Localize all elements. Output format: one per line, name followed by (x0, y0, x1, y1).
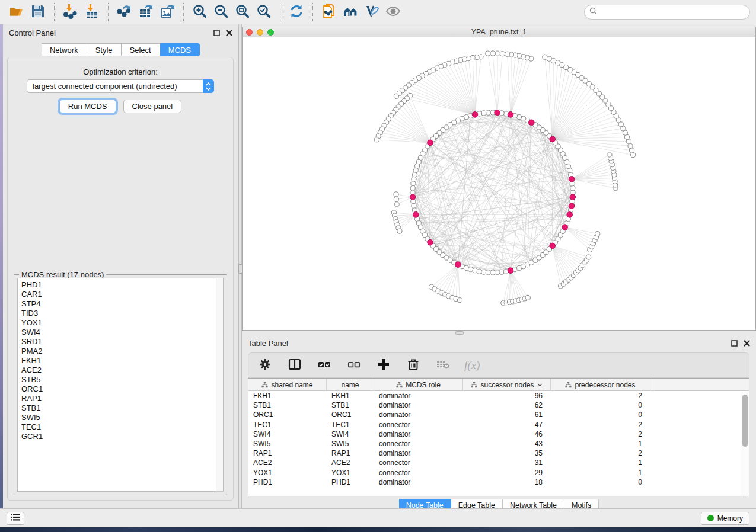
export-network-icon (117, 4, 132, 21)
select-all-columns-button[interactable] (316, 357, 333, 374)
zoom-fit-button[interactable] (232, 1, 253, 23)
mcds-result-item[interactable]: STB1 (21, 403, 223, 413)
zoom-out-icon (213, 4, 229, 21)
table-toolbar: f(x) (248, 352, 749, 378)
shared-column-icon (565, 382, 572, 388)
network-graph (243, 37, 755, 330)
close-panel-button[interactable]: Close panel (123, 100, 182, 113)
column-header[interactable]: predecessor nodes (551, 379, 650, 391)
task-history-button[interactable] (7, 512, 24, 525)
delete-columns-button[interactable] (405, 357, 422, 374)
mcds-result-item[interactable]: SWI5 (21, 413, 223, 422)
column-header[interactable]: shared name (248, 379, 327, 391)
control-panel-tab[interactable]: MCDS (160, 43, 200, 56)
table-row[interactable]: PHD1 PHD1 dominator 18 0 (248, 477, 749, 487)
toolbar-separator (280, 3, 280, 21)
close-panel-icon[interactable] (226, 30, 232, 36)
table-row[interactable]: FKH1 FKH1 dominator 96 2 (248, 391, 749, 400)
mcds-result-item[interactable]: PHD1 (21, 280, 223, 290)
mcds-result-item[interactable]: YOX1 (21, 318, 223, 328)
table-settings-button[interactable] (257, 357, 273, 374)
mcds-result-item[interactable]: STP4 (21, 299, 223, 309)
table-row[interactable]: SWI4 SWI4 dominator 46 2 (248, 430, 749, 439)
zoom-out-button[interactable] (210, 1, 232, 23)
table-scrollbar[interactable] (741, 392, 749, 496)
table-row[interactable]: RAP1 RAP1 dominator 35 2 (248, 448, 749, 458)
zoom-selected-icon (256, 4, 272, 21)
run-mcds-button[interactable]: Run MCDS (59, 100, 116, 113)
create-column-button[interactable] (375, 357, 392, 374)
table-row[interactable]: STB1 STB1 dominator 62 0 (248, 400, 749, 410)
export-table-icon (138, 4, 154, 21)
mcds-result-item[interactable]: ORC1 (21, 384, 223, 394)
mcds-panel: Optimization criterion: largest connecte… (7, 57, 234, 501)
export-network-button[interactable] (114, 1, 135, 23)
zoom-in-icon (192, 4, 208, 21)
memory-status-icon (707, 515, 714, 521)
table-row[interactable]: YOX1 YOX1 connector 29 1 (248, 468, 749, 477)
vizmapper-button[interactable] (361, 1, 382, 23)
zoom-in-button[interactable] (189, 1, 210, 23)
export-image-button[interactable] (157, 1, 178, 23)
control-panel-tabs: NetworkStyleSelectMCDS (3, 43, 238, 56)
memory-button[interactable]: Memory (701, 512, 749, 525)
open-folder-icon (9, 4, 24, 21)
task-list-icon (11, 514, 20, 523)
mcds-result-item[interactable]: PMA2 (21, 347, 223, 356)
mcds-result-item[interactable]: FKH1 (21, 356, 223, 366)
result-list-scrollbar[interactable] (216, 278, 224, 492)
close-panel-icon[interactable] (744, 340, 750, 347)
show-columns-button[interactable] (286, 357, 303, 374)
export-table-button[interactable] (135, 1, 157, 23)
function-builder-button[interactable]: f(x) (464, 359, 480, 372)
network-window-title: YPA_prune.txt_1 (243, 28, 755, 36)
table-row[interactable]: ORC1 ORC1 dominator 61 0 (248, 410, 749, 419)
open-file-button[interactable] (6, 1, 27, 23)
home-dimensions-button[interactable] (340, 1, 361, 23)
houses-icon (343, 4, 358, 21)
search-input[interactable] (600, 8, 745, 16)
import-table-button[interactable] (81, 1, 103, 23)
mcds-result-group: MCDS result (17 nodes) PHD1CAR1STP4TID3Y… (14, 274, 227, 495)
mcds-result-item[interactable]: CAR1 (21, 290, 223, 299)
column-header[interactable]: MCDS role (374, 379, 463, 391)
table-panel: Table Panel f(x) shared name (242, 335, 756, 508)
float-panel-icon[interactable] (731, 340, 738, 347)
zoom-selected-button[interactable] (253, 1, 275, 23)
table-panel-title: Table Panel (248, 339, 288, 348)
hide-selected-button[interactable] (382, 1, 404, 23)
column-header[interactable]: successor nodes (463, 379, 551, 391)
control-panel-tab[interactable]: Select (122, 43, 160, 56)
table-row[interactable]: ACE2 ACE2 connector 31 1 (248, 458, 749, 467)
refresh-layout-button[interactable] (286, 1, 307, 23)
table-row[interactable]: SWI5 SWI5 connector 43 1 (248, 439, 749, 448)
refresh-icon (289, 4, 304, 21)
mcds-result-item[interactable]: STB5 (21, 375, 223, 384)
import-network-button[interactable] (60, 1, 81, 23)
toolbar-separator (108, 3, 109, 21)
network-canvas[interactable] (243, 37, 755, 330)
new-network-document-button[interactable] (318, 1, 340, 23)
table-scrollbar-thumb[interactable] (742, 395, 748, 447)
mcds-result-item[interactable]: ACE2 (21, 366, 223, 375)
optimization-criterion-select[interactable]: largest connected component (undirected) (27, 79, 214, 93)
column-header[interactable]: name (327, 379, 374, 391)
mcds-result-item[interactable]: TEC1 (21, 422, 223, 432)
save-session-button[interactable] (27, 1, 49, 23)
delete-table-icon (436, 358, 449, 373)
control-panel-tab[interactable]: Style (87, 43, 122, 56)
table-row[interactable]: TEC1 TEC1 connector 47 2 (248, 420, 749, 430)
delete-table-button[interactable] (435, 357, 451, 374)
control-panel-tab[interactable]: Network (42, 43, 87, 56)
gear-icon (259, 358, 272, 373)
mcds-result-item[interactable]: SWI4 (21, 328, 223, 337)
unselect-all-columns-button[interactable] (346, 357, 362, 374)
float-panel-icon[interactable] (213, 30, 220, 36)
horizontal-splitter[interactable] (242, 331, 756, 335)
mcds-result-item[interactable]: SRD1 (21, 337, 223, 347)
mcds-result-item[interactable]: TID3 (21, 309, 223, 318)
mcds-result-item[interactable]: GCR1 (21, 432, 223, 441)
mcds-result-item[interactable]: RAP1 (21, 394, 223, 403)
table-body: FKH1 FKH1 dominator 96 2 STB1 STB1 domin… (248, 391, 749, 487)
mcds-result-list: PHD1CAR1STP4TID3YOX1SWI4SRD1PMA2FKH1ACE2… (17, 278, 224, 492)
